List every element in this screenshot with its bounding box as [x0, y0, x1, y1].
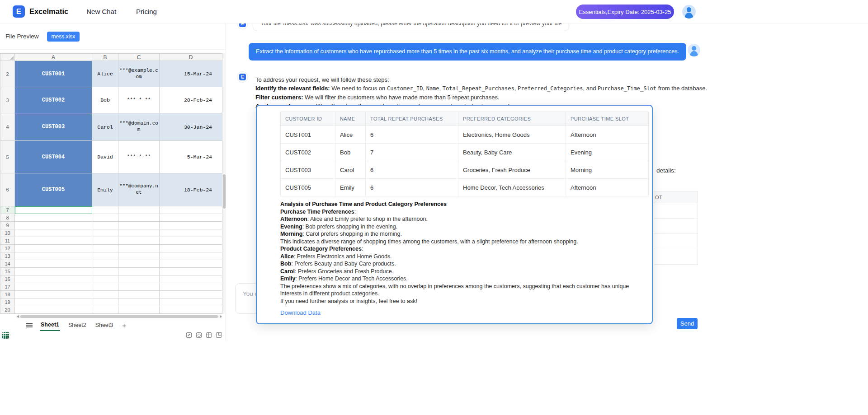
- cell-A10[interactable]: [15, 229, 92, 237]
- send-button[interactable]: Send: [677, 318, 698, 329]
- cell-B11[interactable]: [92, 237, 118, 245]
- add-sheet-button[interactable]: +: [122, 322, 126, 329]
- cell-C10[interactable]: [118, 229, 160, 237]
- col-header-D[interactable]: D: [160, 53, 222, 61]
- cell-C12[interactable]: [118, 245, 160, 252]
- row-number-3[interactable]: 3: [0, 87, 15, 113]
- cell-B13[interactable]: [92, 252, 118, 260]
- row-number-9[interactable]: 9: [0, 222, 15, 229]
- cell-D17[interactable]: [160, 283, 222, 291]
- cell-D8[interactable]: [160, 214, 222, 222]
- cell-C9[interactable]: [118, 222, 160, 229]
- cell-B6[interactable]: Emily: [92, 173, 118, 206]
- cell-D13[interactable]: [160, 252, 222, 260]
- cell-B12[interactable]: [92, 245, 118, 252]
- cell-B16[interactable]: [92, 275, 118, 283]
- cell-D2[interactable]: 15-Mar-24: [160, 61, 222, 87]
- row-number-8[interactable]: 8: [0, 214, 15, 222]
- row-number-11[interactable]: 11: [0, 237, 15, 245]
- cell-D12[interactable]: [160, 245, 222, 252]
- col-header-A[interactable]: A: [15, 53, 92, 61]
- user-avatar[interactable]: [688, 44, 700, 56]
- cell-D14[interactable]: [160, 260, 222, 268]
- nav-new-chat[interactable]: New Chat: [86, 8, 116, 15]
- cell-D18[interactable]: [160, 291, 222, 298]
- row-number-12[interactable]: 12: [0, 245, 15, 252]
- download-data-link[interactable]: Download Data: [280, 309, 321, 316]
- row-number-6[interactable]: 6: [0, 173, 15, 206]
- cell-A12[interactable]: [15, 245, 92, 252]
- cell-B19[interactable]: [92, 298, 118, 306]
- horizontal-scroll-thumb[interactable]: [20, 315, 218, 318]
- cell-C7[interactable]: [118, 206, 160, 214]
- plan-badge[interactable]: Essentials,Expiry Date: 2025-03-25: [576, 5, 674, 19]
- cell-B17[interactable]: [92, 283, 118, 291]
- cell-B20[interactable]: [92, 306, 118, 314]
- row-number-19[interactable]: 19: [0, 298, 15, 306]
- row-number-16[interactable]: 16: [0, 275, 15, 283]
- cell-C2[interactable]: ***@example.com: [118, 61, 160, 87]
- cell-C17[interactable]: [118, 283, 160, 291]
- grid-view-icon[interactable]: [206, 332, 212, 338]
- cell-B18[interactable]: [92, 291, 118, 298]
- tab-sheet1[interactable]: Sheet1: [40, 319, 60, 331]
- tab-sheet3[interactable]: Sheet3: [94, 320, 114, 331]
- cell-A5[interactable]: CUST004: [15, 141, 92, 173]
- cell-B3[interactable]: Bob: [92, 87, 118, 113]
- tab-sheet2[interactable]: Sheet2: [67, 320, 87, 331]
- cell-C4[interactable]: ***@domain.com: [118, 113, 160, 141]
- cell-C19[interactable]: [118, 298, 160, 306]
- cell-C14[interactable]: [118, 260, 160, 268]
- cell-C16[interactable]: [118, 275, 160, 283]
- sheet-menu-icon[interactable]: [26, 323, 33, 327]
- col-header-B[interactable]: B: [92, 53, 118, 61]
- cell-D6[interactable]: 18-Feb-24: [160, 173, 222, 206]
- cell-A13[interactable]: [15, 252, 92, 260]
- cell-A11[interactable]: [15, 237, 92, 245]
- cell-D3[interactable]: 28-Feb-24: [160, 87, 222, 113]
- cell-D9[interactable]: [160, 222, 222, 229]
- cell-D19[interactable]: [160, 298, 222, 306]
- brand[interactable]: E Excelmatic: [13, 5, 68, 18]
- open-window-icon[interactable]: [216, 332, 222, 338]
- row-number-17[interactable]: 17: [0, 283, 15, 291]
- cell-A7[interactable]: [15, 206, 92, 214]
- col-header-C[interactable]: C: [118, 53, 160, 61]
- cell-C6[interactable]: ***@company.net: [118, 173, 160, 206]
- cell-A8[interactable]: [15, 214, 92, 222]
- vertical-scroll-thumb[interactable]: [223, 174, 226, 209]
- cell-B4[interactable]: Carol: [92, 113, 118, 141]
- row-number-20[interactable]: 20: [0, 306, 15, 314]
- row-number-13[interactable]: 13: [0, 252, 15, 260]
- cell-D5[interactable]: 5-Mar-24: [160, 141, 222, 173]
- cell-B8[interactable]: [92, 214, 118, 222]
- cell-A4[interactable]: CUST003: [15, 113, 92, 141]
- cell-B2[interactable]: Alice: [92, 61, 118, 87]
- row-number-2[interactable]: 2: [0, 61, 15, 87]
- row-number-10[interactable]: 10: [0, 229, 15, 237]
- row-number-5[interactable]: 5: [0, 141, 15, 173]
- cell-D7[interactable]: [160, 206, 222, 214]
- row-number-18[interactable]: 18: [0, 291, 15, 298]
- cell-D4[interactable]: 30-Jan-24: [160, 113, 222, 141]
- cell-A9[interactable]: [15, 222, 92, 229]
- cell-D15[interactable]: [160, 268, 222, 275]
- cell-C15[interactable]: [118, 268, 160, 275]
- cell-B15[interactable]: [92, 268, 118, 275]
- row-number-4[interactable]: 4: [0, 113, 15, 141]
- cell-A20[interactable]: [15, 306, 92, 314]
- cell-D11[interactable]: [160, 237, 222, 245]
- row-number-7[interactable]: 7: [0, 206, 15, 214]
- select-all-corner[interactable]: [0, 53, 15, 61]
- cell-B5[interactable]: David: [92, 141, 118, 173]
- edit-view-icon[interactable]: [186, 332, 192, 338]
- cell-A14[interactable]: [15, 260, 92, 268]
- cell-B10[interactable]: [92, 229, 118, 237]
- scroll-left-arrow-icon[interactable]: [17, 315, 19, 318]
- account-avatar[interactable]: [682, 5, 696, 19]
- cell-A3[interactable]: CUST002: [15, 87, 92, 113]
- cell-B9[interactable]: [92, 222, 118, 229]
- protect-view-icon[interactable]: [196, 332, 202, 338]
- cell-A16[interactable]: [15, 275, 92, 283]
- cell-C3[interactable]: ***-*-**: [118, 87, 160, 113]
